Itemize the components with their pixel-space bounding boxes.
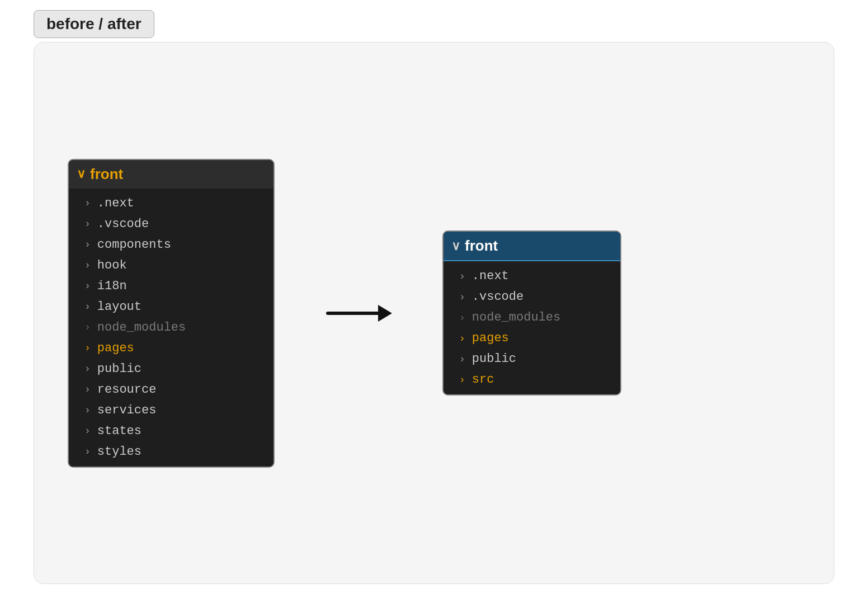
chevron-right-icon: › xyxy=(459,291,465,303)
chevron-right-icon: › xyxy=(459,271,465,282)
list-item: › styles xyxy=(69,441,273,462)
chevron-right-icon: › xyxy=(459,312,465,323)
item-label: node_modules xyxy=(97,321,186,335)
after-panel: ∨ front › .next › .vscode › node_modules… xyxy=(442,230,621,396)
item-label: states xyxy=(97,424,141,438)
chevron-right-icon: › xyxy=(84,404,91,416)
item-label: components xyxy=(97,238,171,252)
svg-marker-1 xyxy=(378,305,392,322)
list-item: › resource xyxy=(69,379,273,400)
item-label: layout xyxy=(97,300,141,314)
after-panel-title: front xyxy=(465,237,498,255)
list-item: › public xyxy=(69,359,273,379)
list-item: › components xyxy=(69,234,273,255)
before-after-badge: before / after xyxy=(34,10,154,38)
chevron-right-icon: › xyxy=(84,260,91,271)
arrow-icon xyxy=(325,299,392,327)
item-label: .next xyxy=(472,269,509,283)
item-label: pages xyxy=(472,331,509,345)
before-panel-header: ∨ front xyxy=(69,160,273,189)
item-label: resource xyxy=(97,383,157,397)
list-item: › .vscode xyxy=(69,214,273,234)
chevron-right-icon: › xyxy=(84,446,91,457)
before-chevron-icon: ∨ xyxy=(77,167,86,181)
list-item: › layout xyxy=(69,296,273,317)
item-label: .vscode xyxy=(97,217,149,231)
list-item: › services xyxy=(69,400,273,421)
chevron-right-icon: › xyxy=(84,342,91,354)
arrow-container xyxy=(314,299,403,327)
panel-container: ∨ front › .next › .vscode › components › xyxy=(68,159,800,468)
list-item: › .vscode xyxy=(444,286,620,307)
item-label: i18n xyxy=(97,279,127,293)
after-panel-header: ∨ front xyxy=(444,232,620,261)
item-label: services xyxy=(97,403,157,417)
item-label: styles xyxy=(97,445,141,459)
before-panel: ∨ front › .next › .vscode › components › xyxy=(68,159,275,468)
chevron-right-icon: › xyxy=(459,333,465,344)
chevron-right-icon: › xyxy=(84,218,91,229)
list-item: › public xyxy=(444,349,620,369)
chevron-right-icon: › xyxy=(84,197,91,209)
after-panel-body: › .next › .vscode › node_modules › pages… xyxy=(444,261,620,394)
item-label: src xyxy=(472,373,494,387)
list-item: › src xyxy=(444,369,620,390)
list-item: › node_modules xyxy=(444,307,620,328)
main-container: ∨ front › .next › .vscode › components › xyxy=(34,42,834,584)
item-label: hook xyxy=(97,258,127,272)
list-item: › pages xyxy=(444,328,620,349)
chevron-right-icon: › xyxy=(84,301,91,312)
item-label: node_modules xyxy=(472,310,560,324)
list-item: › states xyxy=(69,421,273,441)
list-item: › .next xyxy=(444,266,620,286)
item-label: pages xyxy=(97,341,134,355)
list-item: › hook xyxy=(69,255,273,276)
item-label: public xyxy=(97,362,141,376)
list-item: › node_modules xyxy=(69,317,273,338)
before-panel-body: › .next › .vscode › components › hook › xyxy=(69,189,273,467)
chevron-right-icon: › xyxy=(459,374,465,385)
item-label: .vscode xyxy=(472,290,523,304)
item-label: public xyxy=(472,352,516,366)
list-item: › pages xyxy=(69,338,273,359)
chevron-right-icon: › xyxy=(84,239,91,250)
chevron-right-icon: › xyxy=(84,280,91,291)
chevron-right-icon: › xyxy=(459,354,465,365)
chevron-right-icon: › xyxy=(84,363,91,374)
list-item: › .next xyxy=(69,193,273,214)
before-panel-title: front xyxy=(90,166,123,183)
chevron-right-icon: › xyxy=(84,322,91,333)
chevron-right-icon: › xyxy=(84,384,91,395)
chevron-right-icon: › xyxy=(84,425,91,436)
after-chevron-icon: ∨ xyxy=(451,239,460,253)
list-item: › i18n xyxy=(69,276,273,296)
item-label: .next xyxy=(97,196,134,210)
